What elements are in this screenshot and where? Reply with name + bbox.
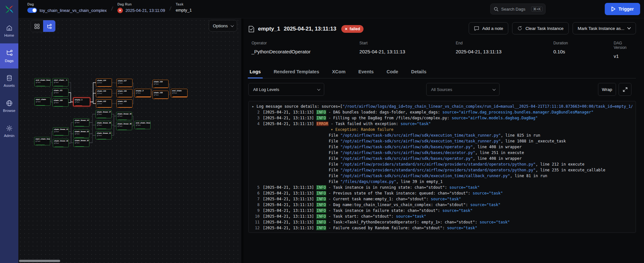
log-line-number[interactable]: 8 bbox=[252, 202, 260, 208]
wrap-button[interactable]: Wrap bbox=[598, 83, 616, 96]
graph-node-chain_t19[interactable]: chain_t19@Task⊘ upstream_failed bbox=[152, 80, 169, 88]
log-line: File "/opt/airflow/task-sdk/src/airflow/… bbox=[252, 173, 632, 179]
dag-pause-toggle[interactable] bbox=[27, 8, 37, 13]
graph-node-chain_t16[interactable]: chain_t16@Task⊘ upstream_failed bbox=[116, 89, 133, 97]
log-seg-path: "/opt/airflow/task-sdk/src/airflow/sdk/b… bbox=[340, 156, 473, 161]
breadcrumb-task-value[interactable]: empty_1 bbox=[176, 8, 192, 13]
graph-node-chain_t14[interactable]: chain_t14@Task⊘ upstream_failed bbox=[96, 78, 112, 87]
breadcrumb-run-label: Dag Run bbox=[117, 2, 165, 6]
graph-node-end_chain[interactable]: end_chain@Task⊘ upstream_failed bbox=[171, 89, 188, 97]
tab-events[interactable]: Events bbox=[358, 67, 374, 78]
graph-node-chain_linear_t7[interactable]: chain_linear_t7@Task✓ success bbox=[96, 110, 112, 118]
node-operator-label: @Task bbox=[118, 103, 131, 104]
graph-node-chain_linear_t2[interactable]: chain_linear_t2@Task✓ success bbox=[73, 139, 89, 147]
log-seg-txt: - Task:<Task(_PythonDecoratedOperator): … bbox=[326, 220, 480, 224]
sidebar-item-home[interactable]: Home bbox=[0, 18, 18, 43]
log-seg-src: source="task" bbox=[473, 191, 503, 195]
sidebar-item-assets[interactable]: Assets bbox=[0, 68, 18, 94]
log-line-number[interactable]: 10 bbox=[252, 213, 260, 219]
graph-edge bbox=[69, 122, 73, 132]
graph-edge bbox=[90, 93, 96, 102]
log-source-select[interactable]: All Sources bbox=[426, 83, 500, 96]
mark-task-instance-as-button[interactable]: Mark Task Instance as... bbox=[573, 22, 636, 34]
log-line-number[interactable]: 11 bbox=[252, 219, 260, 225]
home-icon bbox=[6, 24, 13, 32]
log-seg-txt: - DAG bundles loaded: dags-folder, examp… bbox=[326, 110, 442, 114]
graph-node-start_chain_linear[interactable]: start_chain_linear@Task✓ success bbox=[34, 137, 50, 145]
tab-rendered-templates[interactable]: Rendered Templates bbox=[273, 67, 320, 78]
graph-node-chain_linear_t6[interactable]: chain_linear_t6@Task✓ success bbox=[96, 121, 112, 129]
graph-node-chain_linear_t8[interactable]: chain_linear_t8@Task✓ success bbox=[116, 122, 132, 130]
chevron-down-icon bbox=[492, 87, 496, 91]
log-seg-lvl-info: INFO bbox=[316, 110, 326, 114]
log-level-select[interactable]: All Log Levels bbox=[248, 83, 324, 96]
log-line-number[interactable]: 4 bbox=[252, 121, 260, 127]
log-line-number[interactable]: 9 bbox=[252, 208, 260, 213]
graph-node-end_chain_linear[interactable]: end_chain_linear@Task✓ success bbox=[134, 121, 151, 129]
sidebar-item-admin[interactable]: Admin bbox=[0, 119, 18, 144]
log-line: 7[2025-04-21, 13:11:13] INFO - Current t… bbox=[252, 196, 632, 202]
node-label: chain_linear_t2 bbox=[75, 140, 88, 141]
log-line: File "/opt/airflow/providers/standard/sr… bbox=[252, 167, 632, 173]
graph-node-chain_linear_t5[interactable]: chain_linear_t5@Task✓ success bbox=[96, 131, 112, 140]
log-line-number[interactable]: 7 bbox=[252, 196, 260, 202]
log-seg-src: source="task" bbox=[442, 208, 473, 213]
log-line-number[interactable]: 3 bbox=[252, 115, 260, 121]
sidebar-item-browse[interactable]: Browse bbox=[0, 94, 18, 119]
graph-node-chain_t15[interactable]: chain_t15@Task⊘ upstream_failed bbox=[116, 99, 133, 108]
clear-task-instance-button[interactable]: Clear Task Instance bbox=[512, 22, 568, 34]
panel-splitter[interactable] bbox=[241, 18, 244, 263]
graph-node-empty_2[interactable]: empty_2@Task⊘ upstream_failed bbox=[134, 89, 151, 97]
graph-node-empty_1[interactable]: empty_1@Task✕ failed bbox=[73, 97, 90, 106]
log-seg-ts: [2025-04-21, 13:11:13] bbox=[263, 203, 316, 207]
tab-logs[interactable]: Logs bbox=[249, 67, 262, 78]
tab-details[interactable]: Details bbox=[410, 67, 427, 78]
tab-code[interactable]: Code bbox=[386, 67, 399, 78]
sidebar-item-dags[interactable]: Dags bbox=[0, 43, 18, 68]
graph-node-chain_t11[interactable]: chain_t11@Task✓ success bbox=[52, 88, 69, 97]
search-icon bbox=[494, 7, 499, 12]
log-seg-txt: , line 408 in wrapper bbox=[473, 145, 522, 149]
graph-node-chain_t13[interactable]: chain_t13@Task⊘ upstream_failed bbox=[96, 89, 112, 97]
breadcrumb-dag-value[interactable]: toy_chain_linear_vs_chain_complex bbox=[40, 8, 107, 13]
tab-xcom[interactable]: XCom bbox=[331, 67, 346, 78]
graph-node-chain_linear_t1[interactable]: chain_linear_t1@Task✓ success bbox=[53, 127, 69, 136]
graph-edge bbox=[69, 132, 73, 134]
log-line-number[interactable]: 6 bbox=[252, 190, 260, 196]
log-seg-txt: File bbox=[329, 139, 340, 143]
log-line[interactable]: ▾ Exception: Random failure bbox=[252, 127, 632, 132]
graph-options-button[interactable]: Options bbox=[209, 20, 237, 32]
fullscreen-button[interactable] bbox=[619, 83, 631, 96]
graph-edges bbox=[18, 18, 241, 263]
graph-node-chain_t17[interactable]: chain_t17@Task⊘ upstream_failed bbox=[116, 79, 133, 87]
horizontal-scrollbar[interactable] bbox=[19, 260, 60, 262]
meta-label: Operator bbox=[252, 41, 359, 45]
graph-node-chain_linear_t4[interactable]: chain_linear_t4@Task✓ success bbox=[73, 118, 89, 127]
graph-node-start_chain[interactable]: start_chain@Task✓ success bbox=[34, 97, 51, 106]
log-seg-txt: - Filling up the DagBag from /files/dags… bbox=[326, 116, 452, 120]
graph-node-end_chain_linear__1[interactable]: end_chain_linear__1@Task✓ success bbox=[34, 78, 51, 86]
graph-node-start_chain__1[interactable]: start_chain__1@Task✓ success bbox=[52, 78, 69, 86]
graph-node-chain_linear_t9[interactable]: chain_linear_t9@Task✓ success bbox=[116, 112, 132, 120]
graph-node-chain_t10[interactable]: chain_t10@Task✓ success bbox=[52, 98, 69, 107]
graph-node-chain_linear_t3[interactable]: chain_linear_t3@Task✓ success bbox=[73, 130, 89, 138]
log-line[interactable]: ▸ Log message source details: sources=["… bbox=[252, 104, 632, 109]
add-note-button[interactable]: Add a note bbox=[469, 22, 508, 34]
log-line-number[interactable]: 2 bbox=[252, 109, 260, 115]
graph-edge bbox=[169, 84, 171, 93]
airflow-logo[interactable] bbox=[0, 0, 18, 18]
log-seg-txt: - Previous state of the Task instance: q… bbox=[326, 191, 473, 195]
search-dags-box[interactable]: Search Dags ⌘+K bbox=[490, 4, 546, 14]
log-line-number[interactable]: 5 bbox=[252, 185, 260, 190]
graph-node-chain_t12[interactable]: chain_t12@Task⊘ upstream_failed bbox=[96, 99, 112, 108]
graph-view-button[interactable] bbox=[43, 20, 55, 32]
breadcrumb-run-value[interactable]: 2025-04-21, 13:11:09 bbox=[125, 8, 165, 13]
log-line-number[interactable]: 12 bbox=[252, 225, 260, 231]
grid-view-button[interactable] bbox=[31, 20, 43, 32]
trigger-button[interactable]: Trigger bbox=[605, 3, 640, 15]
meta-dag-version: DAG Versionv1 bbox=[614, 41, 636, 59]
graph-node-chain_linear_t0[interactable]: chain_linear_t0@Task✓ success bbox=[53, 139, 69, 147]
graph-edge bbox=[89, 114, 96, 122]
graph-node-chain_t18[interactable]: chain_t18@Task⊘ upstream_failed bbox=[152, 91, 169, 99]
node-label: chain_linear_t7 bbox=[97, 111, 110, 113]
